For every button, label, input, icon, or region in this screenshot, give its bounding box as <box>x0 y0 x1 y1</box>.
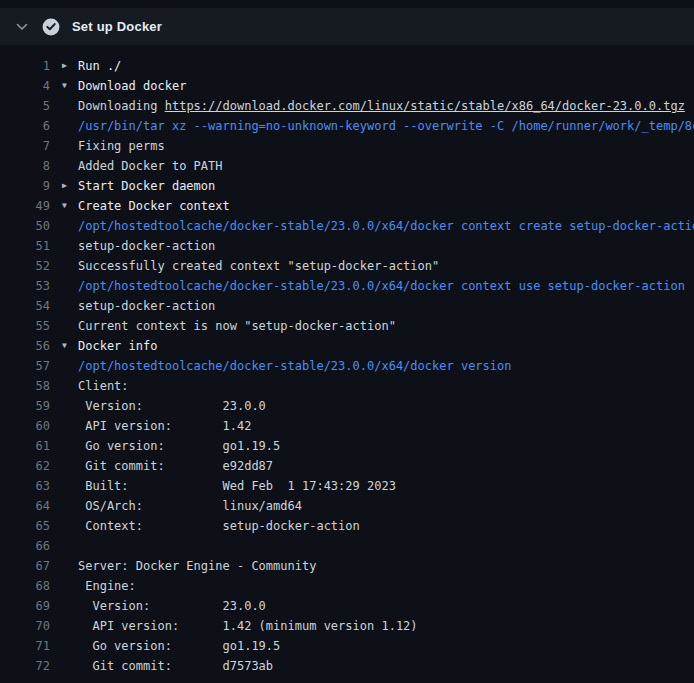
log-group-title: Run ./ <box>78 59 121 73</box>
log-text: Server: Docker Engine - Community <box>78 556 694 576</box>
line-number[interactable]: 70 <box>0 616 50 636</box>
log-text: Client: <box>78 376 694 396</box>
log-text: Downloading https://download.docker.com/… <box>78 96 694 116</box>
line-number[interactable]: 71 <box>0 636 50 656</box>
line-number[interactable]: 61 <box>0 436 50 456</box>
log-text <box>78 536 694 556</box>
line-number[interactable]: 55 <box>0 316 50 336</box>
line-number[interactable]: 52 <box>0 256 50 276</box>
arrow-spacer <box>62 416 78 436</box>
line-number[interactable]: 63 <box>0 476 50 496</box>
arrow-spacer <box>62 256 78 276</box>
log-text-segment: Go version: go1.19.5 <box>78 439 280 453</box>
log-line: 8Added Docker to PATH <box>0 156 694 176</box>
log-text-segment: Current context is now "setup-docker-act… <box>78 319 396 333</box>
log-line: 69 Version: 23.0.0 <box>0 596 694 616</box>
group-expanded-icon[interactable]: ▼ <box>62 76 78 96</box>
arrow-spacer <box>62 476 78 496</box>
line-number[interactable]: 58 <box>0 376 50 396</box>
line-number[interactable]: 8 <box>0 156 50 176</box>
arrow-spacer <box>62 616 78 636</box>
line-number[interactable]: 62 <box>0 456 50 476</box>
log-group-header[interactable]: 56▼Docker info <box>0 336 694 356</box>
line-number[interactable]: 54 <box>0 296 50 316</box>
arrow-spacer <box>62 496 78 516</box>
log-group-title: Download docker <box>78 79 186 93</box>
line-number[interactable]: 68 <box>0 576 50 596</box>
log-line: 58Client: <box>0 376 694 396</box>
log-command-text: /usr/bin/tar xz --warning=no-unknown-key… <box>78 119 694 133</box>
line-number[interactable]: 7 <box>0 136 50 156</box>
arrow-spacer <box>62 376 78 396</box>
line-number[interactable]: 59 <box>0 396 50 416</box>
line-number[interactable]: 56 <box>0 336 50 356</box>
log-line: 63 Built: Wed Feb 1 17:43:29 2023 <box>0 476 694 496</box>
log-text-segment: Git commit: d7573ab <box>78 659 273 673</box>
line-number[interactable]: 57 <box>0 356 50 376</box>
line-number[interactable]: 72 <box>0 656 50 676</box>
line-number[interactable]: 65 <box>0 516 50 536</box>
log-text: Git commit: e92dd87 <box>78 456 694 476</box>
line-number[interactable]: 6 <box>0 116 50 136</box>
log-text: Git commit: d7573ab <box>78 656 694 676</box>
log-text-segment: Context: setup-docker-action <box>78 519 360 533</box>
group-collapsed-icon[interactable]: ▶ <box>62 176 78 196</box>
arrow-spacer <box>62 556 78 576</box>
log-group-header[interactable]: 4▼Download docker <box>0 76 694 96</box>
log-line: 50/opt/hostedtoolcache/docker-stable/23.… <box>0 216 694 236</box>
log-text-segment: Version: 23.0.0 <box>78 599 266 613</box>
arrow-spacer <box>62 536 78 556</box>
log-text-segment: Go version: go1.19.5 <box>78 639 280 653</box>
log-text-segment: Version: 23.0.0 <box>78 399 266 413</box>
log-line: 55Current context is now "setup-docker-a… <box>0 316 694 336</box>
log-text: Run ./ <box>78 56 694 76</box>
arrow-spacer <box>62 236 78 256</box>
line-number[interactable]: 49 <box>0 196 50 216</box>
log-text: /usr/bin/tar xz --warning=no-unknown-key… <box>78 116 694 136</box>
line-number[interactable]: 51 <box>0 236 50 256</box>
arrow-spacer <box>62 636 78 656</box>
log-line: 59 Version: 23.0.0 <box>0 396 694 416</box>
line-number[interactable]: 50 <box>0 216 50 236</box>
log-group-header[interactable]: 49▼Create Docker context <box>0 196 694 216</box>
group-collapsed-icon[interactable]: ▶ <box>62 56 78 76</box>
line-number[interactable]: 5 <box>0 96 50 116</box>
line-number[interactable]: 53 <box>0 276 50 296</box>
line-number[interactable]: 9 <box>0 176 50 196</box>
log-text: Added Docker to PATH <box>78 156 694 176</box>
chevron-down-icon[interactable] <box>14 19 30 35</box>
step-title: Set up Docker <box>72 19 162 34</box>
log-text-segment: Client: <box>78 379 129 393</box>
line-number[interactable]: 4 <box>0 76 50 96</box>
line-number[interactable]: 69 <box>0 596 50 616</box>
line-number[interactable]: 66 <box>0 536 50 556</box>
log-command-text: /opt/hostedtoolcache/docker-stable/23.0.… <box>78 279 685 293</box>
log-group-header[interactable]: 1▶Run ./ <box>0 56 694 76</box>
log-line: 61 Go version: go1.19.5 <box>0 436 694 456</box>
log-line: 67Server: Docker Engine - Community <box>0 556 694 576</box>
log-line: 6/usr/bin/tar xz --warning=no-unknown-ke… <box>0 116 694 136</box>
log-text: /opt/hostedtoolcache/docker-stable/23.0.… <box>78 356 694 376</box>
log-text-segment: Built: Wed Feb 1 17:43:29 2023 <box>78 479 396 493</box>
arrow-spacer <box>62 456 78 476</box>
group-expanded-icon[interactable]: ▼ <box>62 196 78 216</box>
line-number[interactable]: 60 <box>0 416 50 436</box>
log-link[interactable]: https://download.docker.com/linux/static… <box>165 99 685 113</box>
arrow-spacer <box>62 656 78 676</box>
log-line: 54setup-docker-action <box>0 296 694 316</box>
line-number[interactable]: 64 <box>0 496 50 516</box>
step-header[interactable]: Set up Docker <box>0 8 694 46</box>
group-expanded-icon[interactable]: ▼ <box>62 336 78 356</box>
arrow-spacer <box>62 216 78 236</box>
line-number[interactable]: 67 <box>0 556 50 576</box>
log-group-header[interactable]: 9▶Start Docker daemon <box>0 176 694 196</box>
log-text: Download docker <box>78 76 694 96</box>
log-text: OS/Arch: linux/amd64 <box>78 496 694 516</box>
log-text-segment: Git commit: e92dd87 <box>78 459 273 473</box>
log-text: Go version: go1.19.5 <box>78 636 694 656</box>
log-line: 70 API version: 1.42 (minimum version 1.… <box>0 616 694 636</box>
log-text: Successfully created context "setup-dock… <box>78 256 694 276</box>
log-line: 57/opt/hostedtoolcache/docker-stable/23.… <box>0 356 694 376</box>
arrow-spacer <box>62 576 78 596</box>
line-number[interactable]: 1 <box>0 56 50 76</box>
